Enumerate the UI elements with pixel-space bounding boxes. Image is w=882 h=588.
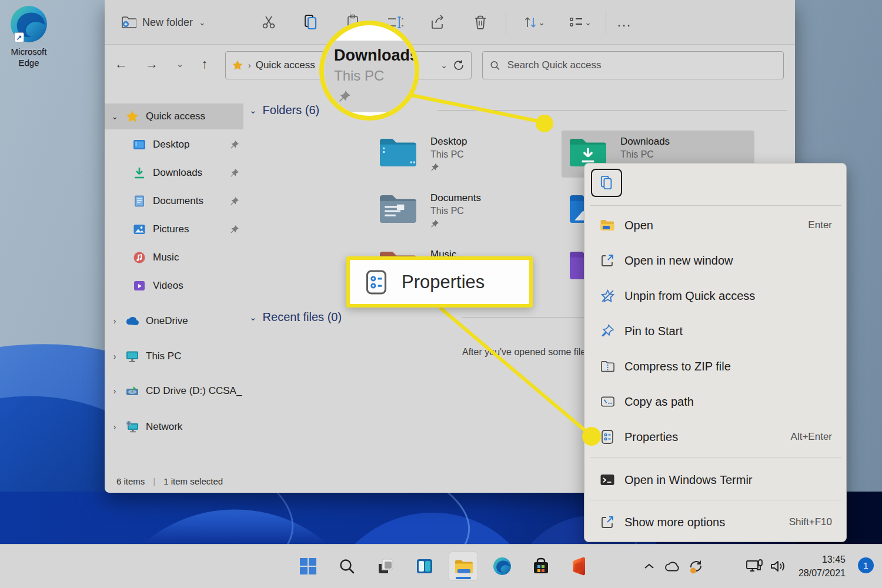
copy-button[interactable] xyxy=(298,9,324,35)
sidebar: ⌄ Quick access Desktop Downloads xyxy=(105,86,243,466)
chevron-right-icon[interactable]: › xyxy=(105,386,125,396)
sort-icon xyxy=(523,15,538,29)
menu-item-compress-zip[interactable]: Compress to ZIP file xyxy=(588,349,844,384)
menu-item-open[interactable]: Open Enter xyxy=(588,208,844,243)
edge-taskbar-button[interactable] xyxy=(487,552,517,581)
sort-button[interactable]: ⌄ xyxy=(515,9,553,35)
widgets-button[interactable] xyxy=(410,552,439,581)
chevron-right-icon[interactable]: › xyxy=(105,316,125,326)
tray-time: 13:45 xyxy=(799,553,846,566)
folders-section-header[interactable]: ⌄ Folders (6) xyxy=(249,103,319,117)
share-button[interactable] xyxy=(425,9,451,35)
menu-item-shortcut: Enter xyxy=(808,219,832,231)
menu-item-open-windows-terminal[interactable]: Open in Windows Termir xyxy=(588,462,844,497)
store-taskbar-button[interactable] xyxy=(526,552,556,581)
pin-icon xyxy=(226,168,243,178)
menu-item-unpin-quick-access[interactable]: Unpin from Quick access xyxy=(588,278,844,313)
clock[interactable]: 13:45 28/07/2021 xyxy=(799,553,846,580)
cut-button[interactable] xyxy=(256,9,282,35)
menu-item-label: Compress to ZIP file xyxy=(624,360,832,373)
sidebar-item-pictures[interactable]: Pictures xyxy=(105,216,243,242)
music-icon xyxy=(132,250,147,265)
chevron-down-icon[interactable]: ⌄ xyxy=(105,112,125,121)
history-chevron-button[interactable]: ⌄ xyxy=(168,52,192,76)
menu-item-pin-to-start[interactable]: Pin to Start xyxy=(588,313,844,349)
chevron-right-icon[interactable]: › xyxy=(105,352,125,361)
documents-icon xyxy=(132,194,147,208)
sidebar-item-label: OneDrive xyxy=(146,315,243,327)
sidebar-item-label: Pictures xyxy=(153,223,226,235)
new-folder-button[interactable]: New folder ⌄ xyxy=(121,9,206,35)
sidebar-item-this-pc[interactable]: › This PC xyxy=(105,343,243,369)
tile-name: Downloads xyxy=(620,135,670,148)
menu-item-label: Open in new window xyxy=(624,254,832,268)
new-folder-label: New folder xyxy=(142,16,193,29)
tile-location: This PC xyxy=(430,205,481,218)
status-divider: | xyxy=(153,476,155,486)
task-view-button[interactable] xyxy=(371,552,400,581)
downloads-magnifier-callout: Downloads This PC xyxy=(319,21,419,121)
share-icon xyxy=(430,15,446,30)
shortcut-arrow-icon: ↗ xyxy=(14,32,24,42)
chevron-right-icon[interactable]: › xyxy=(105,422,125,432)
office-icon xyxy=(571,557,589,576)
sidebar-item-label: CD Drive (D:) CCSA_ xyxy=(146,385,243,397)
forward-button[interactable]: → xyxy=(140,52,163,76)
menu-item-open-new-window[interactable]: Open in new window xyxy=(588,243,844,278)
sidebar-item-onedrive[interactable]: › OneDrive xyxy=(105,308,243,334)
network-tray-button[interactable] xyxy=(742,552,767,581)
selection-count: 1 item selected xyxy=(163,476,223,486)
toolbar-separator xyxy=(606,11,606,34)
show-more-options-icon xyxy=(599,515,616,529)
sidebar-item-cd-drive[interactable]: › CD Drive (D:) CCSA_ xyxy=(105,378,243,404)
menu-item-label: Open xyxy=(624,219,808,232)
view-button[interactable]: ⌄ xyxy=(561,9,600,35)
menu-item-show-more-options[interactable]: Show more options Shift+F10 xyxy=(588,505,844,540)
breadcrumb-chevron-icon: › xyxy=(248,61,251,70)
sidebar-item-videos[interactable]: Videos xyxy=(105,273,243,299)
recent-files-section-header[interactable]: ⌄ Recent files (0) xyxy=(249,310,342,324)
notification-badge[interactable]: 1 xyxy=(858,557,874,573)
start-button[interactable] xyxy=(293,552,323,581)
desktop-folder-icon xyxy=(379,135,417,168)
sidebar-item-music[interactable]: Music xyxy=(105,245,243,270)
display-connect-icon xyxy=(746,559,763,574)
menu-item-properties[interactable]: Properties Alt+Enter xyxy=(588,419,844,455)
folder-tile-desktop[interactable]: Desktop This PC xyxy=(372,131,564,178)
copy-icon xyxy=(600,175,614,191)
more-options-button[interactable]: ... xyxy=(612,9,637,35)
edge-desktop-shortcut[interactable]: ↗ Microsoft Edge xyxy=(4,5,54,68)
onedrive-tray-button[interactable] xyxy=(661,552,683,581)
search-button[interactable] xyxy=(332,552,362,581)
callout-title: Downloads xyxy=(334,46,419,65)
search-box[interactable] xyxy=(482,51,784,79)
videos-icon xyxy=(132,279,147,293)
back-button[interactable]: ← xyxy=(109,52,133,76)
sidebar-item-quick-access[interactable]: ⌄ Quick access xyxy=(105,103,243,129)
sidebar-item-network[interactable]: › Network xyxy=(105,414,243,440)
sidebar-item-documents[interactable]: Documents xyxy=(105,188,243,214)
up-button[interactable]: ↑ xyxy=(193,52,216,76)
tray-chevron-button[interactable] xyxy=(639,552,660,581)
volume-tray-button[interactable] xyxy=(766,552,790,581)
sync-tray-button[interactable] xyxy=(684,552,708,581)
chevron-down-icon[interactable]: ⌄ xyxy=(249,312,257,323)
delete-button[interactable] xyxy=(467,9,493,35)
menu-item-label: Open in Windows Termir xyxy=(624,473,832,487)
copy-as-path-icon xyxy=(599,395,616,408)
folder-tile-documents[interactable]: Documents This PC xyxy=(372,187,564,234)
cd-drive-icon xyxy=(125,384,140,398)
address-dropdown-chevron-icon[interactable]: ⌄ xyxy=(440,61,447,70)
sidebar-item-downloads[interactable]: Downloads xyxy=(105,160,243,186)
refresh-icon[interactable] xyxy=(452,59,465,72)
context-copy-button[interactable] xyxy=(591,169,622,197)
search-icon xyxy=(490,60,500,71)
sidebar-item-desktop[interactable]: Desktop xyxy=(105,132,243,158)
file-explorer-taskbar-button[interactable] xyxy=(449,552,478,581)
search-input[interactable] xyxy=(507,59,776,71)
office-taskbar-button[interactable] xyxy=(565,552,594,581)
menu-item-copy-as-path[interactable]: Copy as path xyxy=(588,384,844,419)
more-options-label: ... xyxy=(617,15,632,30)
chevron-down-icon[interactable]: ⌄ xyxy=(249,105,257,116)
sidebar-item-label: Music xyxy=(153,252,243,263)
